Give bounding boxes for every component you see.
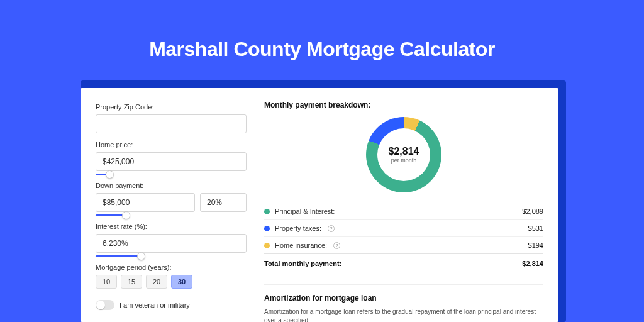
legend-row-principal: Principal & Interest: $2,089 — [264, 203, 543, 219]
amortization-text: Amortization for a mortgage loan refers … — [264, 308, 543, 322]
donut-amount: $2,814 — [389, 146, 419, 157]
slider-handle[interactable] — [137, 252, 145, 260]
form-column: Property Zip Code: Home price: Down paym… — [96, 101, 247, 309]
breakdown-title: Monthly payment breakdown: — [264, 101, 543, 109]
legend-label: Principal & Interest: — [275, 208, 335, 215]
page-background: Marshall County Mortgage Calculator Prop… — [0, 0, 644, 322]
legend-value: $2,089 — [522, 208, 543, 215]
down-payment-input[interactable] — [96, 193, 195, 212]
down-payment-label: Down payment: — [96, 182, 247, 189]
total-value: $2,814 — [522, 260, 543, 267]
interest-label: Interest rate (%): — [96, 223, 247, 230]
legend-value: $194 — [528, 242, 543, 249]
calculator-panel: Property Zip Code: Home price: Down paym… — [80, 88, 558, 322]
slider-handle[interactable] — [122, 211, 130, 219]
donut-chart: $2,814 per month — [264, 117, 543, 192]
total-label: Total monthly payment: — [264, 260, 341, 267]
total-row: Total monthly payment: $2,814 — [264, 253, 543, 273]
down-payment-slider[interactable] — [96, 211, 247, 220]
legend-row-taxes: Property taxes: ? $531 — [264, 219, 543, 236]
period-20-button[interactable]: 20 — [146, 275, 167, 289]
donut-sub: per month — [391, 157, 417, 164]
info-icon[interactable]: ? — [333, 242, 340, 249]
page-title: Marshall County Mortgage Calculator — [0, 0, 644, 79]
info-icon[interactable]: ? — [328, 225, 335, 232]
period-30-button[interactable]: 30 — [171, 275, 192, 289]
home-price-label: Home price: — [96, 141, 247, 148]
down-payment-pct-input[interactable] — [200, 193, 247, 212]
period-15-button[interactable]: 15 — [121, 275, 142, 289]
zip-input[interactable] — [96, 114, 247, 133]
interest-input[interactable] — [96, 234, 247, 253]
donut-center: $2,814 per month — [377, 128, 430, 181]
legend-label: Property taxes: — [275, 225, 321, 232]
dot-icon — [264, 209, 270, 214]
veteran-toggle[interactable] — [96, 300, 114, 310]
home-price-slider[interactable] — [96, 170, 247, 179]
dot-icon — [264, 226, 270, 231]
legend-value: $531 — [528, 225, 543, 232]
breakdown-column: Monthly payment breakdown: $2,814 per mo… — [264, 101, 543, 309]
slider-track — [96, 214, 126, 216]
veteran-label: I am veteran or military — [119, 301, 190, 309]
interest-slider[interactable] — [96, 252, 247, 261]
slider-handle[interactable] — [106, 170, 114, 179]
period-buttons: 10 15 20 30 — [96, 275, 247, 289]
dot-icon — [264, 243, 270, 248]
period-label: Mortgage period (years): — [96, 264, 247, 271]
legend-row-insurance: Home insurance: ? $194 — [264, 236, 543, 253]
home-price-input[interactable] — [96, 152, 247, 171]
period-10-button[interactable]: 10 — [96, 275, 117, 289]
zip-label: Property Zip Code: — [96, 103, 247, 111]
amortization-section: Amortization for mortgage loan Amortizat… — [264, 284, 543, 322]
amortization-title: Amortization for mortgage loan — [264, 294, 543, 303]
legend-label: Home insurance: — [275, 242, 327, 249]
slider-track — [96, 255, 141, 257]
